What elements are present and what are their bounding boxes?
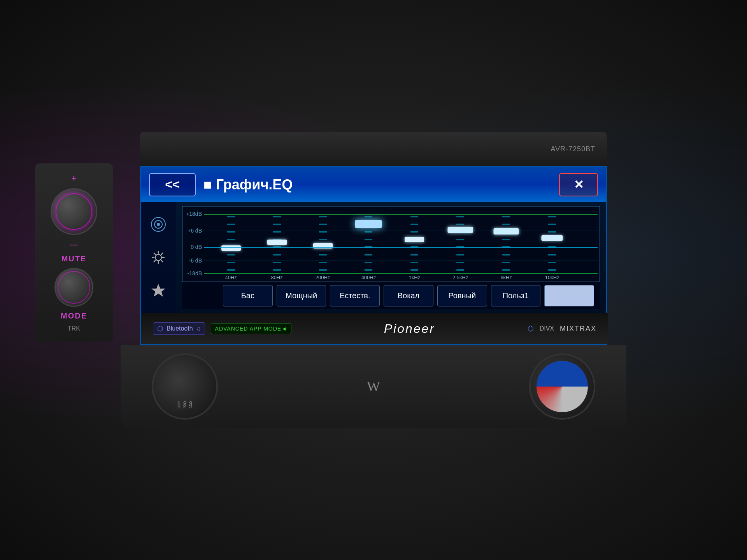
bt-right-icon: ⬡ bbox=[528, 324, 534, 333]
grid-label-neg18db: -18dB bbox=[182, 270, 204, 276]
bluetooth-label: Bluetooth bbox=[167, 325, 193, 332]
svg-line-10 bbox=[161, 253, 163, 255]
eq-band-8[interactable]: 10kHz bbox=[533, 214, 571, 273]
trk-label: TRK bbox=[68, 325, 80, 332]
eq-band-2[interactable]: 80Hz bbox=[258, 214, 295, 273]
preset-bass-btn[interactable]: Бас bbox=[223, 285, 273, 306]
brand-emblem: W bbox=[367, 378, 380, 395]
preset-user1-btn[interactable]: Польз1 bbox=[491, 285, 541, 306]
eq-band-4[interactable]: 400Hz bbox=[350, 214, 387, 273]
notes-symbol: ♫ bbox=[196, 325, 201, 332]
speaker-icon[interactable] bbox=[148, 214, 169, 235]
freq-label-4: 400Hz bbox=[361, 275, 376, 280]
bottom-bar: ⬡ Bluetooth ♫ ADVANCED APP MODE◄ Pioneer… bbox=[141, 313, 608, 344]
favorites-icon[interactable] bbox=[148, 280, 169, 301]
main-display: << ■ Графич.EQ ✕ bbox=[140, 166, 607, 346]
close-button-label: ✕ bbox=[574, 178, 584, 191]
bluetooth-badge: ⬡ Bluetooth ♫ bbox=[153, 322, 205, 335]
eq-band-7[interactable]: 6kHz bbox=[487, 214, 525, 273]
appmode-label: ADVANCED APP MODE◄ bbox=[215, 326, 287, 332]
back-button[interactable]: << bbox=[149, 173, 196, 196]
freq-label-3: 200Hz bbox=[316, 275, 330, 280]
left-vent-knob[interactable]: 1 2 3 bbox=[152, 354, 218, 420]
close-button[interactable]: ✕ bbox=[559, 173, 598, 196]
grid-label-18db: +18dB bbox=[182, 211, 204, 217]
eq-band-1[interactable]: 40Hz bbox=[212, 214, 249, 273]
eq-area: +18dB +6 dB 0 dB -6 dB -18dB bbox=[141, 202, 606, 313]
svg-line-8 bbox=[154, 253, 156, 255]
eq-band-6[interactable]: 2.5kHz bbox=[442, 214, 479, 273]
top-bezel: AVR-7250BT bbox=[140, 132, 607, 166]
eq-band-5[interactable]: 1kHz bbox=[396, 214, 433, 273]
zero-db-line bbox=[204, 247, 598, 248]
eq-graph-container: +18dB +6 dB 0 dB -6 dB -18dB bbox=[176, 202, 606, 313]
freq-label-7: 6kHz bbox=[500, 275, 512, 280]
volume-knob[interactable] bbox=[51, 188, 97, 235]
freq-label-2: 80Hz bbox=[271, 275, 282, 280]
bluetooth-icon: ⬡ bbox=[157, 324, 163, 333]
vol-minus-label: — bbox=[70, 240, 78, 250]
mixtrax-label: MIXTRAX bbox=[560, 325, 596, 333]
preset-flat-btn[interactable]: Ровный bbox=[437, 285, 487, 306]
freq-label-6: 2.5kHz bbox=[452, 275, 468, 280]
preset-natural-btn[interactable]: Естеств. bbox=[330, 285, 380, 306]
bottom-right-info: ⬡ DIVX MIXTRAX bbox=[528, 324, 596, 333]
preset-custom-btn[interactable] bbox=[544, 285, 594, 306]
left-panel: + — MUTE MODE TRK bbox=[35, 163, 113, 342]
freq-label-8: 10kHz bbox=[545, 275, 559, 280]
svg-line-11 bbox=[154, 260, 156, 262]
car-frame: AVR-7250BT + — MUTE MODE TRK << ■ Графич… bbox=[0, 0, 747, 560]
svg-point-2 bbox=[157, 223, 160, 226]
back-button-label: << bbox=[165, 177, 179, 192]
top-reference-line bbox=[204, 214, 598, 215]
svg-line-9 bbox=[161, 260, 163, 262]
grid-label-0db: 0 dB bbox=[182, 244, 204, 250]
preset-buttons-row: Бас Мощный Естеств. Вокал Ровный bbox=[182, 282, 600, 309]
svg-point-3 bbox=[155, 254, 161, 261]
preset-vocal-btn[interactable]: Вокал bbox=[384, 285, 433, 306]
settings-icon[interactable] bbox=[148, 247, 169, 268]
screen-title: ■ Графич.EQ bbox=[203, 177, 551, 193]
center-controls: W bbox=[367, 378, 380, 395]
grid-label-neg6db: -6 dB bbox=[182, 257, 204, 264]
head-unit: AVR-7250BT + — MUTE MODE TRK << ■ Графич… bbox=[121, 132, 626, 428]
svg-marker-12 bbox=[151, 284, 165, 297]
display-header: << ■ Графич.EQ ✕ bbox=[141, 167, 606, 202]
grid-label-6db: +6 dB bbox=[182, 228, 204, 234]
freq-label-5: 1kHz bbox=[409, 275, 421, 280]
eq-sidebar bbox=[141, 202, 176, 313]
preset-powerful-btn[interactable]: Мощный bbox=[277, 285, 326, 306]
bottom-reference-line bbox=[204, 273, 598, 274]
freq-label-1: 40Hz bbox=[225, 275, 237, 280]
vol-plus-label: + bbox=[72, 173, 77, 184]
divx-label: DIVX bbox=[540, 325, 554, 332]
brand-logo: Pioneer bbox=[384, 322, 435, 336]
mode-knob[interactable] bbox=[54, 268, 93, 307]
knob-labels: 1 2 3 bbox=[177, 402, 193, 410]
bottom-left-info: ⬡ Bluetooth ♫ ADVANCED APP MODE◄ bbox=[153, 322, 291, 335]
divx-badge: DIVX bbox=[540, 325, 554, 332]
car-bottom: 1 2 3 W bbox=[121, 345, 626, 428]
model-label: AVR-7250BT bbox=[551, 145, 595, 153]
eq-band-3[interactable]: 200Hz bbox=[304, 214, 341, 273]
right-vent-knob[interactable] bbox=[529, 354, 595, 420]
mode-label: MODE bbox=[61, 312, 87, 320]
appmode-badge[interactable]: ADVANCED APP MODE◄ bbox=[211, 323, 291, 334]
mute-label[interactable]: MUTE bbox=[61, 254, 87, 263]
eq-graph: +18dB +6 dB 0 dB -6 dB -18dB bbox=[182, 206, 600, 282]
